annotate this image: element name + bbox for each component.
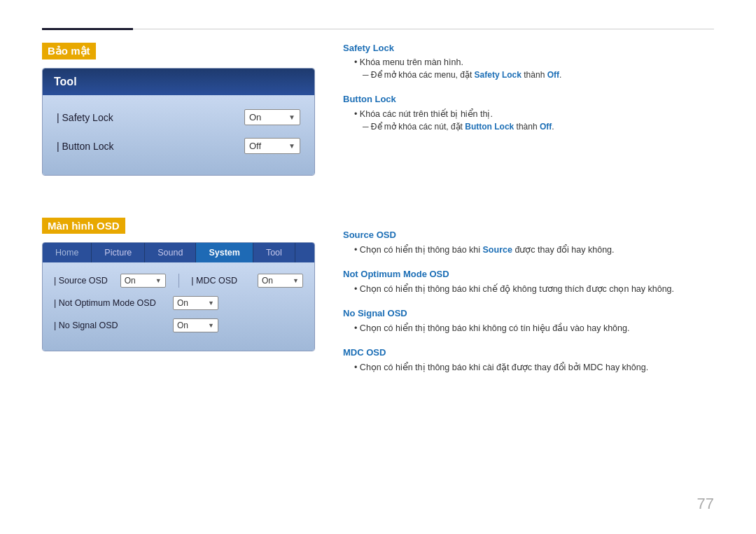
tab-home[interactable]: Home xyxy=(43,243,92,262)
source-osd-value: On xyxy=(125,276,152,286)
button-lock-row: Button Lock Off ▼ xyxy=(57,138,300,154)
top-border-light xyxy=(133,29,714,29)
button-lock-arrow: ▼ xyxy=(288,142,295,150)
section-separator xyxy=(42,197,315,218)
tab-sound[interactable]: Sound xyxy=(145,243,196,262)
left-panel: Bảo mật Tool Safety Lock On ▼ But xyxy=(42,43,315,386)
no-signal-label: No Signal OSD xyxy=(54,321,166,330)
safety-lock-off-link: Off xyxy=(547,70,559,80)
mdc-osd-desc: MDC OSD Chọn có hiển thị thông báo khi c… xyxy=(343,347,714,372)
button-lock-label: Button Lock xyxy=(57,141,113,152)
tool-menu-body: Safety Lock On ▼ Button Lock Off ▼ xyxy=(43,95,314,175)
no-signal-value: On xyxy=(177,321,204,330)
not-optimum-desc-title: Not Optimum Mode OSD xyxy=(343,269,714,279)
safety-lock-select[interactable]: On ▼ xyxy=(244,109,300,125)
safety-lock-desc: Safety Lock Khóa menu trên màn hình. Để … xyxy=(343,43,714,80)
button-lock-off-link: Off xyxy=(540,122,552,132)
tool-menu: Tool Safety Lock On ▼ Button Lock xyxy=(42,68,315,176)
right-panel: Safety Lock Khóa menu trên màn hình. Để … xyxy=(343,43,714,386)
safety-lock-sub1: Để mở khóa các menu, đặt Safety Lock thà… xyxy=(363,70,714,80)
no-signal-desc: No Signal OSD Chọn có hiển thị thông báo… xyxy=(343,308,714,333)
safety-lock-arrow: ▼ xyxy=(288,113,295,121)
button-lock-link: Button Lock xyxy=(465,122,514,132)
safety-lock-label: Safety Lock xyxy=(57,112,113,123)
mdc-osd-value: On xyxy=(262,276,289,286)
tab-system[interactable]: System xyxy=(196,243,253,262)
safety-lock-row: Safety Lock On ▼ xyxy=(57,109,300,125)
source-osd-bullet1: Chọn có hiển thị thông báo khi Source đư… xyxy=(354,244,714,255)
osd-row-divider xyxy=(178,274,179,288)
not-optimum-bullet1: Chọn có hiển thị thông báo khi chế độ kh… xyxy=(354,283,714,294)
osd-tabs: Home Picture Sound System Tool xyxy=(43,243,314,262)
not-optimum-label: Not Optimum Mode OSD xyxy=(54,298,166,308)
safety-lock-desc-title: Safety Lock xyxy=(343,43,714,53)
osd-menu: Home Picture Sound System Tool Source OS… xyxy=(42,242,315,351)
not-optimum-row: Not Optimum Mode OSD On ▼ xyxy=(43,292,314,314)
not-optimum-select[interactable]: On ▼ xyxy=(173,296,218,310)
page-container: Bảo mật Tool Safety Lock On ▼ But xyxy=(0,0,756,534)
not-optimum-desc: Not Optimum Mode OSD Chọn có hiển thị th… xyxy=(343,269,714,294)
button-lock-bullet1: Khóa các nút trên thiết bị hiển thị. xyxy=(354,108,714,119)
no-signal-select[interactable]: On ▼ xyxy=(173,318,218,332)
osd-menu-body: Source OSD On ▼ MDC OSD On ▼ xyxy=(43,262,314,351)
button-lock-value: Off xyxy=(249,141,283,151)
button-lock-desc: Button Lock Khóa các nút trên thiết bị h… xyxy=(343,94,714,132)
not-optimum-arrow: ▼ xyxy=(208,300,214,307)
safety-lock-value: On xyxy=(249,112,283,122)
no-signal-desc-title: No Signal OSD xyxy=(343,308,714,318)
tab-picture[interactable]: Picture xyxy=(92,243,145,262)
top-border xyxy=(42,28,714,30)
mdc-osd-desc-title: MDC OSD xyxy=(343,347,714,358)
source-osd-select[interactable]: On ▼ xyxy=(120,274,166,288)
source-osd-desc: Source OSD Chọn có hiển thị thông báo kh… xyxy=(343,230,714,255)
source-osd-arrow: ▼ xyxy=(155,277,162,284)
mdc-osd-select[interactable]: On ▼ xyxy=(258,274,303,288)
mdc-osd-arrow: ▼ xyxy=(293,277,299,284)
no-signal-row: No Signal OSD On ▼ xyxy=(43,314,314,337)
no-signal-bullet1: Chọn có hiển thị thông báo khi không có … xyxy=(354,323,714,333)
button-lock-desc-title: Button Lock xyxy=(343,94,714,104)
tab-tool[interactable]: Tool xyxy=(253,243,295,262)
source-osd-desc-title: Source OSD xyxy=(343,230,714,240)
main-content: Bảo mật Tool Safety Lock On ▼ But xyxy=(42,43,714,386)
top-border-dark xyxy=(42,28,133,30)
source-osd-label: Source OSD xyxy=(54,276,113,286)
not-optimum-value: On xyxy=(177,298,204,308)
page-number: 77 xyxy=(697,495,714,513)
source-link: Source xyxy=(483,245,512,255)
button-lock-select[interactable]: Off ▼ xyxy=(244,138,300,154)
source-osd-row: Source OSD On ▼ MDC OSD On ▼ xyxy=(43,269,314,292)
right-spacer xyxy=(343,146,714,230)
button-lock-sub1: Để mở khóa các nút, đặt Button Lock thàn… xyxy=(363,122,714,132)
no-signal-arrow: ▼ xyxy=(208,322,214,329)
safety-lock-bullet1: Khóa menu trên màn hình. xyxy=(354,57,714,67)
mdc-osd-label: MDC OSD xyxy=(191,276,251,286)
tool-menu-header: Tool xyxy=(43,69,314,95)
safety-lock-link: Safety Lock xyxy=(475,70,522,80)
section2-title: Màn hình OSD xyxy=(42,218,125,234)
section1-title: Bảo mật xyxy=(42,43,96,59)
mdc-osd-bullet1: Chọn có hiển thị thông báo khi cài đặt đ… xyxy=(354,362,714,372)
